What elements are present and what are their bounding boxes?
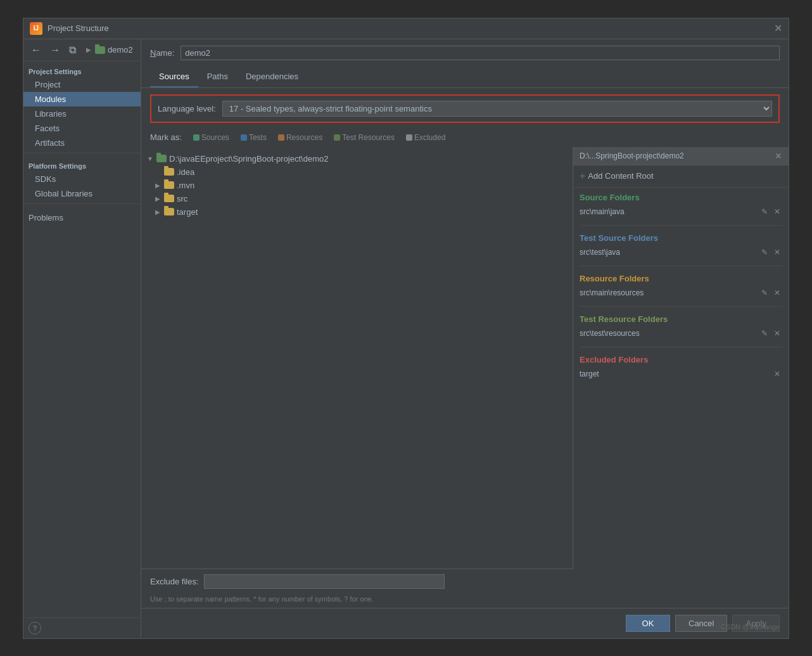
test-resource-folders-section: Test Resource Folders src\test\resources… [573,309,789,344]
tree-item-target[interactable]: ▶ target [141,205,573,219]
resource-folder-remove-button[interactable]: ✕ [772,288,782,297]
sidebar-divider-2 [23,203,141,204]
mark-as-resources-button[interactable]: Resources [274,132,326,143]
sidebar: ← → ⧉ ▶ demo2 Project Settings Project M… [23,39,141,638]
info-path: D:\...SpringBoot-project\demo2 [580,151,684,160]
tabs-row: Sources Paths Dependencies [141,67,789,88]
divider-3 [580,306,782,307]
tab-dependencies[interactable]: Dependencies [237,67,307,87]
source-folder-path: src\main\java [580,207,625,216]
test-source-folders-title: Test Source Folders [580,233,782,243]
tree-root-label: D:\javaEEproject\SpringBoot-project\demo… [169,154,328,164]
mark-as-sources-button[interactable]: Sources [189,132,233,143]
back-button[interactable]: ← [29,43,44,57]
source-folder-edit-button[interactable]: ✎ [759,207,770,216]
sidebar-item-global-libraries[interactable]: Global Libraries [23,186,141,201]
add-content-root-label: Add Content Root [588,171,653,181]
test-source-folder-item: src\test\java ✎ ✕ [580,247,782,258]
title-bar: IJ Project Structure ✕ [23,18,789,39]
mvn-folder-icon [164,181,174,189]
test-resource-folder-remove-button[interactable]: ✕ [772,329,782,338]
cancel-button[interactable]: Cancel [675,615,727,632]
name-input[interactable] [181,46,780,60]
file-tree: ▼ D:\javaEEproject\SpringBoot-project\de… [141,147,573,569]
plus-icon: + [580,170,585,182]
exclude-files-row: Exclude files: [141,569,573,594]
mvn-arrow: ▶ [154,182,162,189]
resources-dot [278,134,284,141]
sidebar-item-facets[interactable]: Facets [23,121,141,136]
source-folder-item: src\main\java ✎ ✕ [580,206,782,217]
resource-folder-edit-button[interactable]: ✎ [759,288,770,297]
problems-section: Problems [23,207,141,229]
excluded-folder-item: target ✕ [580,368,782,380]
resource-folders-title: Resource Folders [580,274,782,283]
excluded-folder-path: target [580,370,599,378]
test-resource-folder-actions: ✎ ✕ [759,329,782,338]
test-resource-folder-edit-button[interactable]: ✎ [759,329,770,338]
bottom-bar: OK Cancel Apply [141,608,789,638]
exclude-files-input[interactable] [204,574,445,589]
dialog-title: Project Structure [48,23,109,33]
main-content: ← → ⧉ ▶ demo2 Project Settings Project M… [23,39,789,638]
language-level-select[interactable]: 17 - Sealed types, always-strict floatin… [222,101,772,117]
mark-as-excluded-button[interactable]: Excluded [402,132,449,143]
tab-sources[interactable]: Sources [150,67,198,87]
info-close-icon[interactable]: ✕ [775,151,782,161]
tree-item-idea[interactable]: .idea [141,165,573,179]
sidebar-item-modules[interactable]: Modules [23,92,141,106]
divider-1 [580,225,782,226]
watermark: CSDN @zxjorange [721,623,780,631]
content-area: ▼ D:\javaEEproject\SpringBoot-project\de… [141,147,789,608]
sidebar-item-project[interactable]: Project [23,77,141,92]
divider-4 [580,347,782,347]
module-folder-icon [95,46,105,54]
tests-dot [241,134,247,141]
sidebar-nav: ← → ⧉ ▶ demo2 [23,39,141,61]
mark-as-tests-button[interactable]: Tests [237,132,270,143]
tree-root-item[interactable]: ▼ D:\javaEEproject\SpringBoot-project\de… [141,152,573,165]
idea-folder-icon [164,168,174,176]
test-source-folder-remove-button[interactable]: ✕ [772,248,782,257]
target-folder-icon [164,208,174,215]
src-arrow: ▶ [154,195,162,202]
tab-paths[interactable]: Paths [198,67,237,87]
name-label: Name: [150,48,174,58]
idea-label: .idea [177,167,194,177]
add-content-root-button[interactable]: + Add Content Root [573,165,789,188]
sidebar-item-artifacts[interactable]: Artifacts [23,136,141,150]
mark-as-row: Mark as: Sources Tests Resources Test Re… [141,129,789,147]
project-settings-label: Project Settings [29,68,82,75]
sidebar-item-problems[interactable]: Problems [29,210,136,225]
test-resource-folder-item: src\test\resources ✎ ✕ [580,328,782,339]
ok-button[interactable]: OK [626,615,670,632]
close-icon[interactable]: ✕ [774,22,782,34]
mark-as-label: Mark as: [150,132,182,142]
help-button[interactable]: ? [29,622,41,634]
platform-settings-section: Platform Settings [23,156,141,172]
test-source-folder-actions: ✎ ✕ [759,248,782,257]
copy-button[interactable]: ⧉ [67,43,79,57]
tree-arrow: ▶ [85,46,92,53]
src-folder-icon [164,195,174,202]
tree-item-mvn[interactable]: ▶ .mvn [141,179,573,192]
project-settings-section: Project Settings [23,61,141,77]
tree-item-src[interactable]: ▶ src [141,192,573,205]
sidebar-item-libraries[interactable]: Libraries [23,106,141,121]
sidebar-bottom: ? [23,617,141,638]
resource-folder-item: src\main\resources ✎ ✕ [580,287,782,299]
root-folder-icon [156,155,167,162]
excluded-folder-remove-button[interactable]: ✕ [772,370,782,378]
excluded-folder-actions: ✕ [772,370,782,378]
sidebar-item-sdks[interactable]: SDKs [23,172,141,186]
tree-section: ▼ D:\javaEEproject\SpringBoot-project\de… [141,147,573,608]
source-folder-remove-button[interactable]: ✕ [772,207,782,216]
test-source-folder-edit-button[interactable]: ✎ [759,248,770,257]
sidebar-divider-1 [23,153,141,153]
forward-button[interactable]: → [48,43,63,57]
test-resources-dot [334,134,340,141]
exclude-hint: Use ; to separate name patterns, * for a… [141,594,573,608]
resource-folders-section: Resource Folders src\main\resources ✎ ✕ [573,269,789,304]
module-name[interactable]: demo2 [108,45,133,55]
mark-as-test-resources-button[interactable]: Test Resources [330,132,398,143]
